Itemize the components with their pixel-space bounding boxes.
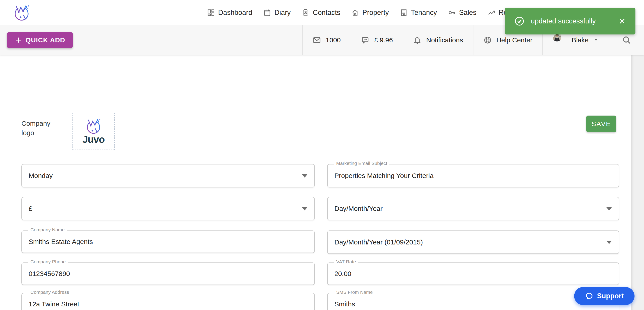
- quick-add-label: QUICK ADD: [26, 36, 65, 44]
- juvo-owl-icon: [84, 118, 103, 135]
- plus-icon: [15, 36, 22, 44]
- house-icon: [351, 8, 359, 17]
- search-icon: [622, 35, 632, 45]
- building-icon: [400, 8, 408, 17]
- caret-down-icon: [302, 174, 308, 178]
- nav-label: Property: [362, 8, 389, 17]
- nav-label: Contacts: [313, 8, 340, 17]
- field-value: 12a Twine Street: [28, 300, 79, 308]
- juvo-wordmark: Juvo: [82, 134, 105, 145]
- nav-item-diary[interactable]: Diary: [263, 8, 291, 17]
- chat-bubble-icon: [361, 36, 370, 44]
- key-icon: [448, 8, 456, 17]
- date-format-example-select[interactable]: Day/Month/Year (01/09/2015): [327, 230, 619, 254]
- chevron-down-icon: [593, 36, 599, 44]
- company-phone-field[interactable]: Company Phone 01234567890: [22, 262, 315, 285]
- close-icon[interactable]: [618, 17, 626, 25]
- quick-add-button[interactable]: QUICK ADD: [7, 32, 73, 48]
- company-name-field[interactable]: Company Name Smiths Estate Agents: [22, 230, 315, 253]
- nav-item-tenancy[interactable]: Tenancy: [400, 8, 437, 17]
- email-credits-item[interactable]: 1000: [302, 25, 350, 55]
- contact-card-icon: [302, 8, 310, 17]
- nav-item-dashboard[interactable]: Dashboard: [207, 8, 252, 17]
- currency-value: £: [28, 205, 32, 212]
- caret-down-icon: [606, 240, 612, 244]
- settings-panel: Company logo Juvo SAVE Monday £ Company …: [0, 55, 632, 310]
- date-format-select[interactable]: Day/Month/Year: [327, 197, 619, 220]
- check-circle-icon: [514, 16, 524, 26]
- user-name: Blake: [572, 36, 588, 44]
- currency-select[interactable]: £: [22, 197, 315, 220]
- juvo-logo-icon[interactable]: [12, 4, 31, 22]
- nav-label: Diary: [274, 8, 291, 17]
- company-logo-label: Company logo: [22, 119, 58, 138]
- weekday-value: Monday: [28, 172, 53, 180]
- company-address-field[interactable]: Company Address 12a Twine Street: [22, 293, 315, 310]
- trending-up-icon: [488, 8, 496, 17]
- bell-icon: [413, 36, 422, 44]
- nav-label: Dashboard: [218, 8, 252, 17]
- field-label: VAT Rate: [334, 259, 358, 264]
- marketing-subject-field[interactable]: Marketing Email Subject Properties Match…: [327, 164, 619, 188]
- company-logo-upload[interactable]: Juvo: [72, 113, 114, 150]
- scroll-gutter: [632, 55, 644, 310]
- globe-icon: [483, 36, 492, 44]
- nav-item-sales[interactable]: Sales: [448, 8, 476, 17]
- weekday-select[interactable]: Monday: [22, 164, 315, 188]
- sms-balance-item[interactable]: £ 9.96: [350, 25, 403, 55]
- support-button[interactable]: Support: [574, 287, 634, 305]
- field-value: Smiths: [334, 300, 355, 308]
- nav-label: Tenancy: [411, 8, 437, 17]
- avatar: [553, 33, 567, 47]
- field-label: Company Name: [28, 227, 67, 232]
- caret-down-icon: [606, 207, 612, 210]
- envelope-icon: [312, 36, 321, 44]
- date-format-example-value: Day/Month/Year (01/09/2015): [334, 238, 423, 246]
- nav-item-property[interactable]: Property: [351, 8, 389, 17]
- nav-label: Sales: [459, 8, 476, 17]
- field-label: SMS From Name: [334, 290, 375, 295]
- field-label: Marketing Email Subject: [334, 161, 389, 166]
- field-value: 01234567890: [28, 270, 70, 278]
- help-center-label: Help Center: [496, 36, 532, 44]
- support-label: Support: [597, 292, 624, 300]
- main-nav-menu: Dashboard Diary Contacts Property: [207, 0, 523, 25]
- notifications-label: Notifications: [426, 36, 463, 44]
- success-toast: updated successfully: [505, 8, 636, 34]
- field-value: Smiths Estate Agents: [28, 238, 93, 246]
- field-label: Company Address: [28, 290, 72, 295]
- email-credits-count: 1000: [326, 36, 341, 44]
- date-format-value: Day/Month/Year: [334, 205, 382, 212]
- support-chat-icon: [585, 292, 594, 300]
- nav-item-contacts[interactable]: Contacts: [302, 8, 340, 17]
- sms-balance-value: £ 9.96: [374, 36, 393, 44]
- caret-down-icon: [302, 207, 308, 210]
- toast-message: updated successfully: [531, 17, 596, 25]
- field-value: Properties Matching Your Criteria: [334, 172, 434, 180]
- notifications-item[interactable]: Notifications: [403, 25, 473, 55]
- field-label: Company Phone: [28, 259, 68, 264]
- vat-rate-field[interactable]: VAT Rate 20.00: [327, 262, 619, 285]
- calendar-icon: [263, 8, 271, 17]
- dashboard-icon: [207, 8, 215, 17]
- field-value: 20.00: [334, 270, 351, 278]
- save-button[interactable]: SAVE: [586, 116, 616, 132]
